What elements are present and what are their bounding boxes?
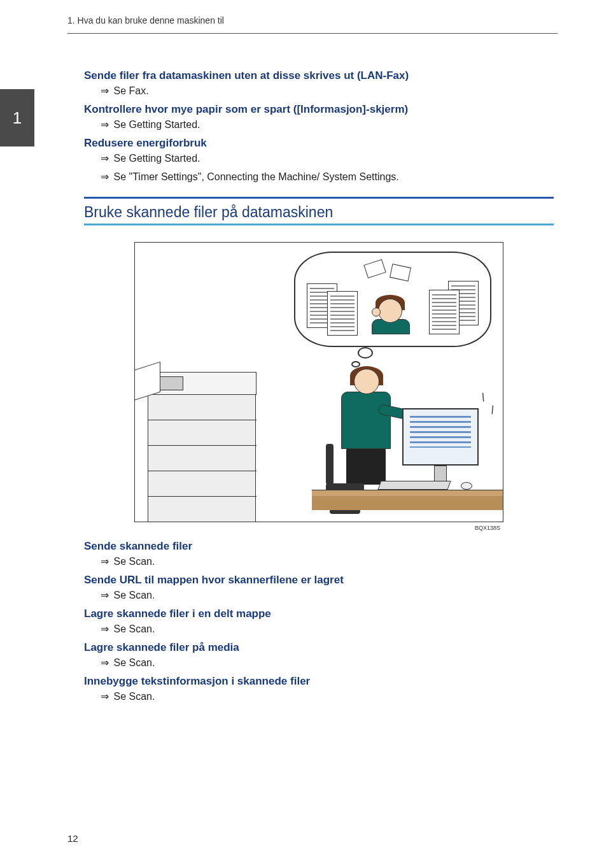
desk-icon [312, 490, 503, 496]
reference-line: ⇒ Se "Timer Settings", Connecting the Ma… [101, 171, 554, 183]
illustration: /\ [134, 242, 503, 522]
reference-line: ⇒ Se Scan. [101, 657, 554, 669]
arrow-icon: ⇒ [101, 690, 111, 702]
worried-person-icon [370, 292, 411, 334]
keyboard-icon [377, 481, 451, 490]
section-title: Bruke skannede filer på datamaskinen [84, 200, 554, 224]
figure-code: BQX138S [84, 525, 500, 531]
item-heading: Kontrollere hvor mye papir som er spart … [84, 103, 554, 116]
chapter-tab: 1 [0, 89, 34, 146]
page-number: 12 [67, 833, 78, 844]
printer-icon [148, 343, 275, 522]
reference-line: ⇒ Se Fax. [101, 85, 554, 97]
arrow-icon: ⇒ [101, 85, 111, 97]
reference-text: Se "Timer Settings", Connecting the Mach… [113, 171, 398, 182]
item-heading: Redusere energiforbruk [84, 137, 554, 150]
reference-line: ⇒ Se Scan. [101, 589, 554, 601]
reference-text: Se Scan. [113, 691, 155, 702]
arrow-icon: ⇒ [101, 118, 111, 131]
item-heading: Lagre skannede filer på media [84, 641, 554, 654]
item-heading: Lagre skannede filer i en delt mappe [84, 608, 554, 620]
mouse-icon [461, 482, 472, 490]
arrow-icon: ⇒ [101, 589, 111, 601]
arrow-icon: ⇒ [101, 152, 111, 164]
heading-rule-top [84, 197, 554, 199]
running-head: 1. Hva du kan bruke denne maskinen til [0, 0, 611, 29]
reference-text: Se Scan. [113, 623, 155, 634]
reference-line: ⇒ Se Scan. [101, 623, 554, 635]
reference-line: ⇒ Se Getting Started. [101, 152, 554, 164]
reference-text: Se Fax. [113, 85, 148, 96]
arrow-icon: ⇒ [101, 657, 111, 669]
reference-line: ⇒ Se Scan. [101, 555, 554, 567]
thought-bubble [294, 252, 491, 347]
page-content: Sende filer fra datamaskinen uten at dis… [0, 34, 611, 702]
reference-text: Se Getting Started. [113, 119, 200, 130]
reference-text: Se Scan. [113, 590, 155, 601]
item-heading: Sende skannede filer [84, 540, 554, 553]
item-heading: Sende filer fra datamaskinen uten at dis… [84, 69, 554, 82]
reference-line: ⇒ Se Scan. [101, 690, 554, 702]
reference-text: Se Getting Started. [113, 153, 200, 164]
reference-text: Se Scan. [113, 657, 155, 668]
arrow-icon: ⇒ [101, 623, 111, 635]
item-heading: Sende URL til mappen hvor skannerfilene … [84, 574, 554, 587]
reference-text: Se Scan. [113, 556, 155, 567]
section-heading: Bruke skannede filer på datamaskinen [84, 197, 554, 225]
reference-line: ⇒ Se Getting Started. [101, 118, 554, 131]
heading-rule-bottom [84, 224, 554, 225]
item-heading: Innebygge tekstinformasjon i skannede fi… [84, 675, 554, 688]
arrow-icon: ⇒ [101, 555, 111, 567]
monitor-icon [402, 408, 479, 466]
arrow-icon: ⇒ [101, 171, 111, 183]
